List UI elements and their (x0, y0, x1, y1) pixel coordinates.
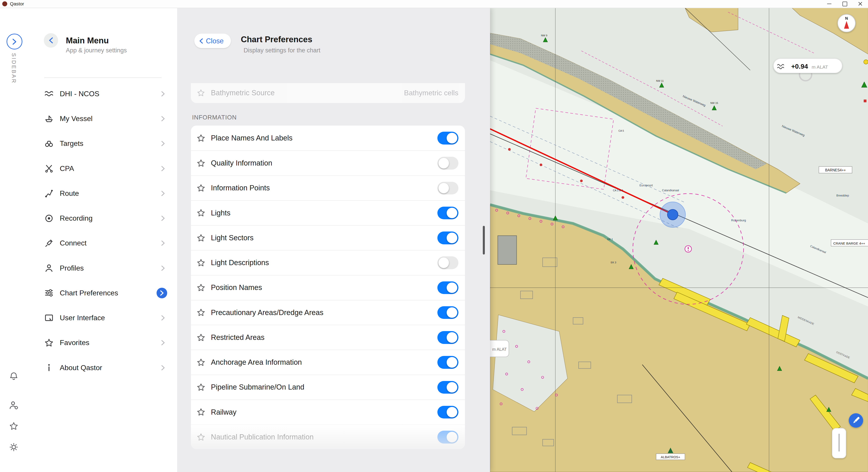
pref-toggle[interactable] (437, 281, 458, 294)
pref-row-railway[interactable]: Railway (191, 400, 465, 424)
edit-chart-button[interactable] (848, 413, 863, 428)
favorite-star-icon[interactable] (196, 408, 205, 416)
svg-text:+0.94: +0.94 (791, 63, 808, 70)
menu-item-about-qastor[interactable]: About Qastor (38, 355, 173, 380)
chart-label-barnes: BARNES4++ (819, 167, 852, 173)
menu-item-targets[interactable]: Targets (38, 131, 173, 156)
selected-chevron-badge (157, 288, 167, 298)
menu-item-my-vessel[interactable]: My Vessel (38, 106, 173, 131)
info-icon (44, 363, 54, 372)
minimize-icon (827, 4, 832, 4)
minimize-button[interactable] (822, 0, 837, 8)
pref-toggle[interactable] (437, 306, 458, 319)
pref-toggle[interactable] (437, 406, 458, 418)
svg-text:EK 1: EK 1 (607, 238, 613, 241)
settings-rail-button[interactable] (9, 442, 19, 452)
pref-toggle[interactable] (437, 331, 458, 344)
pref-row-position-names[interactable]: Position Names (191, 275, 465, 300)
close-preferences-button[interactable]: Close (194, 34, 231, 48)
favorite-star-icon[interactable] (196, 209, 205, 217)
pref-row-nautical-publication[interactable]: Nautical Publication Information (191, 424, 465, 449)
favorite-star-icon[interactable] (196, 159, 205, 167)
chevron-right-icon (161, 165, 165, 171)
favorite-star-icon[interactable] (196, 333, 205, 342)
chart-canvas: BARNES4++ CRANE BARGE 4++ ALBATROS+ m AL… (490, 8, 868, 472)
pref-row-light-descriptions[interactable]: Light Descriptions (191, 250, 465, 275)
pref-row-label: Railway (211, 408, 237, 416)
pref-toggle[interactable] (437, 256, 458, 269)
pref-toggle[interactable] (437, 207, 458, 219)
pref-toggle[interactable] (437, 231, 458, 244)
menu-item-profiles[interactable]: Profiles (38, 256, 173, 281)
pref-toggle[interactable] (437, 431, 458, 443)
nautical-chart-map[interactable]: BARNES4++ CRANE BARGE 4++ ALBATROS+ m AL… (490, 8, 868, 472)
plug-icon (44, 239, 54, 248)
pref-row-place-names[interactable]: Place Names And Labels (191, 126, 465, 150)
close-window-button[interactable] (852, 0, 868, 8)
pref-row-anchorage-area[interactable]: Anchorage Area Information (191, 350, 465, 374)
pref-row-value: Bathymetric cells (404, 89, 458, 97)
favorite-star-icon[interactable] (196, 383, 205, 391)
menu-back-button[interactable] (44, 33, 58, 48)
pref-row-light-sectors[interactable]: Light Sectors (191, 225, 465, 250)
favorites-rail-button[interactable] (9, 421, 19, 431)
notifications-button[interactable] (9, 371, 19, 381)
menu-item-label: DHI - NCOS (60, 90, 99, 98)
pref-row-label: Light Descriptions (211, 259, 269, 267)
maximize-icon (842, 2, 847, 6)
scale-control[interactable] (832, 429, 846, 458)
pref-toggle[interactable] (437, 381, 458, 394)
menu-item-connect[interactable]: Connect (38, 231, 173, 256)
pref-toggle[interactable] (437, 182, 458, 194)
pref-row-lights[interactable]: Lights (191, 200, 465, 225)
pref-row-restricted-areas[interactable]: Restricted Areas (191, 325, 465, 350)
pref-row-label: Nautical Publication Information (211, 433, 314, 441)
pref-row-pipeline[interactable]: Pipeline Submarine/On Land (191, 375, 465, 400)
menu-item-label: User Interface (60, 314, 105, 322)
menu-list: DHI - NCOS My Vessel Targets CPA Rou (38, 81, 173, 380)
pref-toggle[interactable] (437, 157, 458, 169)
svg-text:Europoort: Europoort (639, 184, 653, 187)
preferences-list: Place Names And Labels Quality Informati… (191, 126, 465, 449)
gear-icon (9, 442, 19, 452)
own-vessel-marker[interactable] (660, 202, 685, 227)
pref-row-information-points[interactable]: Information Points (191, 176, 465, 200)
favorite-star-icon[interactable] (196, 233, 205, 242)
favorite-star-icon[interactable] (196, 89, 205, 97)
window-title: Qastor (10, 1, 24, 6)
favorite-star-icon[interactable] (196, 184, 205, 192)
maximize-button[interactable] (837, 0, 852, 8)
menu-item-dhi-ncos[interactable]: DHI - NCOS (38, 81, 173, 106)
menu-item-favorites[interactable]: Favorites (38, 331, 173, 355)
pref-row-precautionary-areas[interactable]: Precautionary Areas/Dredge Areas (191, 300, 465, 325)
chevron-right-icon (161, 116, 165, 122)
svg-text:m ALAT: m ALAT (811, 64, 828, 69)
profile-settings-button[interactable] (9, 400, 19, 410)
favorite-star-icon[interactable] (196, 258, 205, 267)
chart-preferences-panel[interactable]: Close Chart Preferences Display settings… (177, 8, 490, 472)
menu-item-user-interface[interactable]: User Interface (38, 305, 173, 330)
favorite-star-icon[interactable] (196, 134, 205, 143)
menu-item-route[interactable]: Route (38, 181, 173, 206)
partial-depth-label: m ALAT (490, 340, 509, 357)
chevron-right-icon (161, 315, 165, 321)
menu-item-chart-preferences[interactable]: Chart Preferences (38, 281, 173, 305)
favorite-star-icon[interactable] (196, 358, 205, 367)
favorite-star-icon[interactable] (196, 433, 205, 442)
svg-text:N: N (845, 16, 848, 21)
route-icon (44, 189, 54, 198)
sidebar-expand-button[interactable] (6, 34, 22, 50)
favorite-star-icon[interactable] (196, 308, 205, 317)
menu-item-cpa[interactable]: CPA (38, 156, 173, 181)
pref-toggle[interactable] (437, 356, 458, 369)
menu-item-recording[interactable]: Recording (38, 206, 173, 230)
record-icon (44, 214, 54, 223)
favorite-star-icon[interactable] (196, 283, 205, 292)
svg-text:BARNES4++: BARNES4++ (825, 168, 846, 172)
pref-row-bathymetric-source[interactable]: Bathymetric Source Bathymetric cells (191, 83, 465, 103)
preferences-scrollbar-thumb[interactable] (483, 226, 485, 254)
binoculars-icon (44, 139, 54, 148)
pref-row-quality-information[interactable]: Quality Information (191, 150, 465, 175)
compass-rose[interactable]: N (837, 14, 855, 32)
pref-toggle[interactable] (437, 132, 458, 144)
